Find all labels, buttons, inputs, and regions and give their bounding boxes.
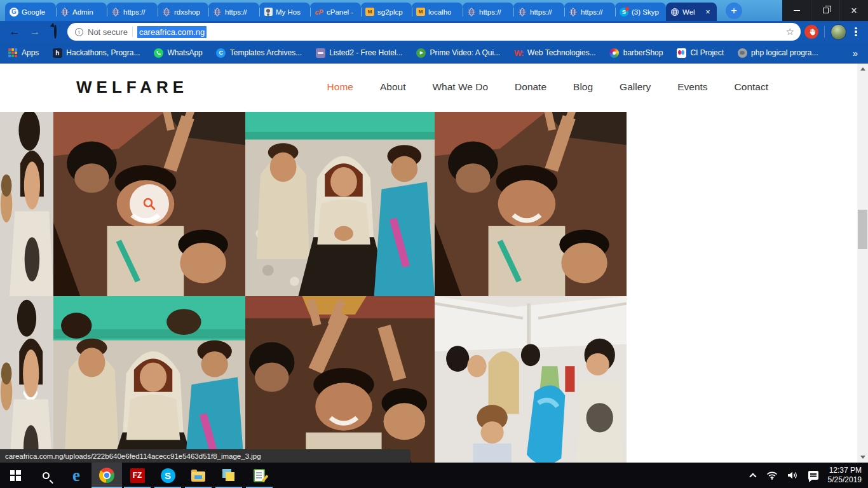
filezilla-icon: FZ (130, 468, 145, 483)
info-icon[interactable]: i (75, 28, 83, 36)
globe-favicon (213, 8, 222, 17)
tab-google[interactable]: G Google (5, 3, 56, 21)
gallery-photo-shawl-kids-1[interactable] (245, 112, 435, 296)
system-tray: 12:37 PM 5/25/2019 (752, 463, 868, 488)
tab-https-3[interactable]: https:// (463, 3, 513, 21)
reload-button[interactable] (47, 25, 64, 38)
bookmark-whatsapp[interactable]: WhatsApp (153, 48, 202, 58)
tab-admin[interactable]: Admin (56, 3, 107, 21)
volume-icon[interactable] (787, 471, 799, 480)
bookmark-apps[interactable]: Apps (8, 48, 39, 58)
new-tab-button[interactable]: + (726, 3, 742, 19)
page-viewport: WELFARE Home About What We Do Donate Blo… (0, 64, 857, 463)
globe-favicon (162, 8, 171, 17)
taskbar-search-button[interactable] (31, 463, 61, 488)
site-logo[interactable]: WELFARE (76, 78, 188, 97)
bookmark-star-icon[interactable]: ☆ (786, 26, 794, 37)
gallery-photo-tent-sliver-bottom[interactable] (0, 296, 53, 463)
bookmark-barbershop[interactable]: barberShop (609, 48, 663, 58)
tab-rdxshop[interactable]: rdxshop (158, 3, 208, 21)
browser-toolbar: ← → i Not secure careafrica.com.ng ☆ (0, 21, 868, 43)
search-icon (43, 472, 50, 479)
windows-logo-icon (10, 470, 21, 481)
nav-what-we-do[interactable]: What We Do (432, 81, 488, 93)
forward-button[interactable]: → (27, 25, 43, 38)
tab-cpanel[interactable]: cP cPanel - (310, 3, 361, 21)
barbershop-icon (609, 48, 620, 58)
nav-events[interactable]: Events (677, 81, 707, 93)
page-scrollbar[interactable] (857, 64, 868, 463)
start-button[interactable] (0, 463, 31, 488)
nav-donate[interactable]: Donate (515, 81, 546, 93)
w3-icon: W: (513, 48, 524, 58)
tab-my-host[interactable]: My Hos (259, 3, 310, 21)
address-bar[interactable]: i Not secure careafrica.com.ng ☆ (67, 23, 801, 41)
gallery-photo-tent-distribution[interactable] (435, 296, 627, 463)
tray-chevron-up-icon[interactable] (749, 473, 756, 480)
site-nav: Home About What We Do Donate Blog Galler… (327, 81, 768, 93)
host-favicon (264, 8, 273, 17)
taskbar-clock[interactable]: 12:37 PM 5/25/2019 (828, 466, 862, 485)
hackathons-icon: h (52, 48, 62, 58)
nav-about[interactable]: About (380, 81, 406, 93)
edge-icon: e (72, 467, 80, 484)
nav-gallery[interactable]: Gallery (620, 81, 651, 93)
gallery-zoom-overlay[interactable] (130, 184, 169, 224)
nav-blog[interactable]: Blog (573, 81, 593, 93)
back-button[interactable]: ← (6, 25, 23, 38)
adblock-extension-icon[interactable] (804, 25, 818, 39)
taskbar-filezilla-button[interactable]: FZ (122, 463, 153, 488)
wifi-icon[interactable] (766, 471, 778, 480)
bookmark-web-technologies[interactable]: W: Web Technologies... (513, 48, 596, 58)
taskbar-notepad-button[interactable] (244, 463, 275, 488)
gallery-photo-peace-kids-2[interactable] (435, 112, 627, 296)
taskbar-chrome-button[interactable] (92, 463, 122, 488)
tab-localhost[interactable]: M localho (412, 3, 463, 21)
window-controls: × (782, 0, 868, 21)
taskbar-sticky-notes-button[interactable] (214, 463, 244, 488)
taskbar-edge-button[interactable]: e (61, 463, 92, 488)
taskbar-file-explorer-button[interactable] (183, 463, 214, 488)
action-center-icon[interactable] (808, 471, 818, 480)
tab-sg2plcp[interactable]: M sg2plcp (361, 3, 412, 21)
nav-contact[interactable]: Contact (735, 81, 768, 93)
bookmark-php-logical[interactable]: php logical progra... (737, 48, 818, 58)
ci-project-icon (676, 48, 686, 58)
bookmarks-overflow-icon[interactable]: » (853, 48, 858, 58)
restore-icon (823, 8, 829, 13)
tab-skype[interactable]: S (3) Skyp (615, 3, 666, 21)
chrome-icon (99, 468, 114, 483)
url-text-selected[interactable]: careafrica.com.ng (137, 26, 207, 38)
tab-https-1[interactable]: https:// (107, 3, 158, 21)
bookmark-prime-video[interactable]: ▶ Prime Video: A Qui... (416, 48, 501, 58)
tab-https-2[interactable]: https:// (208, 3, 259, 21)
scrollbar-up-arrow[interactable] (857, 64, 868, 74)
tab-list: G Google Admin https:// rdxshop https:// (0, 3, 717, 21)
apps-grid-icon (8, 48, 18, 58)
tab-https-5[interactable]: https:// (564, 3, 615, 21)
close-button[interactable]: × (839, 0, 868, 21)
tab-welfare-active[interactable]: Wel × (666, 3, 717, 21)
windows-taskbar: e FZ S 12:37 PM 5/25/2019 (0, 463, 868, 488)
clock-time: 12:37 PM (828, 466, 862, 475)
tab-https-4[interactable]: https:// (513, 3, 564, 21)
status-bar-url: careafrica.com.ng/uploads/222b640e6fed11… (0, 449, 410, 463)
globe-favicon (569, 8, 578, 17)
bookmark-ci-project[interactable]: CI Project (676, 48, 724, 58)
gallery-photo-peace-kids-3[interactable] (245, 296, 435, 463)
taskbar-skype-button[interactable]: S (153, 463, 183, 488)
cpanel-favicon: cP (315, 8, 323, 17)
bookmark-hackathons[interactable]: h Hackathons, Progra... (52, 48, 140, 58)
scrollbar-thumb[interactable] (858, 210, 867, 249)
gallery-photo-tent-sliver-top[interactable] (0, 112, 53, 296)
bookmark-templates[interactable]: C Templates Archives... (216, 48, 302, 58)
bookmark-listed2[interactable]: Listed2 - Free Hotel... (315, 48, 402, 58)
restore-button[interactable] (811, 0, 839, 21)
profile-avatar[interactable] (831, 24, 846, 40)
chrome-menu-icon[interactable] (850, 27, 862, 37)
nav-home[interactable]: Home (327, 81, 353, 93)
gallery-photo-shawl-kids-2[interactable] (53, 296, 245, 463)
scrollbar-down-arrow[interactable] (857, 452, 868, 463)
minimize-button[interactable] (782, 0, 811, 21)
tab-close-icon[interactable]: × (703, 8, 712, 17)
